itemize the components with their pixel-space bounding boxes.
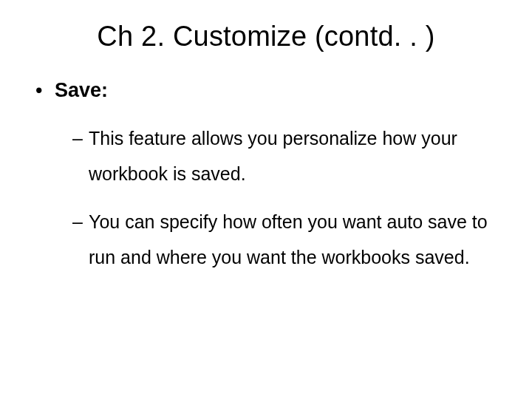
bullet-level1-label: Save:	[55, 79, 108, 101]
bullet-level2-item: You can specify how often you want auto …	[72, 205, 508, 275]
bullet-list-level2: This feature allows you personalize how …	[55, 121, 508, 275]
slide-title: Ch 2. Customize (contd. . )	[24, 21, 508, 52]
bullet-level1-item: Save: This feature allows you personaliz…	[35, 79, 508, 275]
bullet-level2-item: This feature allows you personalize how …	[72, 121, 508, 191]
bullet-list-level1: Save: This feature allows you personaliz…	[24, 79, 508, 275]
